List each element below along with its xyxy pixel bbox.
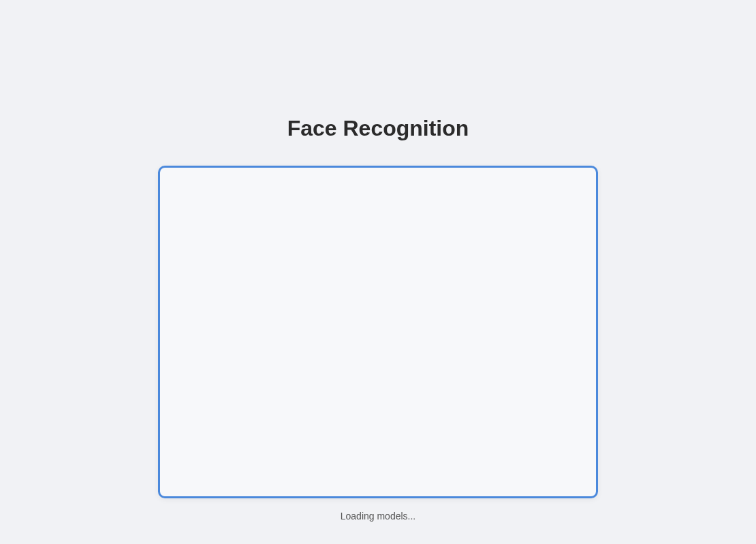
video-preview bbox=[158, 166, 598, 498]
status-text: Loading models... bbox=[341, 511, 416, 522]
page-title: Face Recognition bbox=[287, 116, 469, 141]
